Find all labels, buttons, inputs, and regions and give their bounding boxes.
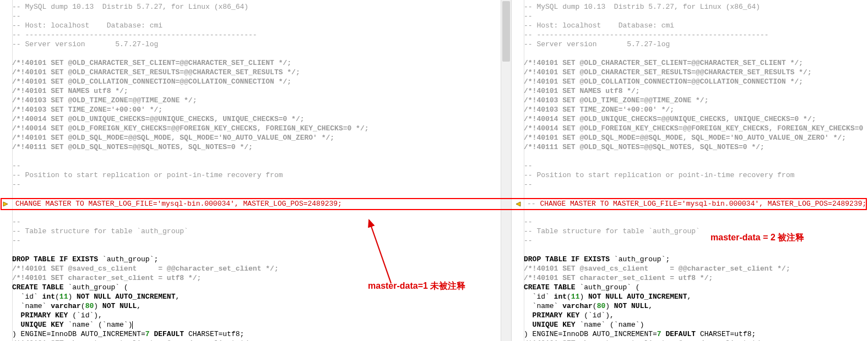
right-gutter xyxy=(512,0,524,341)
annotation-right: master-data = 2 被注释 xyxy=(710,232,804,244)
left-scroll-thumb[interactable] xyxy=(502,1,510,62)
left-scrollbar[interactable] xyxy=(501,0,511,341)
right-code[interactable]: -- MySQL dump 10.13 Distrib 5.7.27, for … xyxy=(524,2,868,341)
left-gutter xyxy=(0,0,13,341)
diff-line-left: CHANGE MASTER TO MASTER_LOG_FILE='mysql-… xyxy=(15,199,342,208)
diff-viewer: { "header_lines": [ "-- MySQL dump 10.13… xyxy=(0,0,868,341)
annotation-left: master-data=1 未被注释 xyxy=(368,280,465,292)
right-pane[interactable]: -- MySQL dump 10.13 Distrib 5.7.27, for … xyxy=(512,0,868,341)
diff-arrow-left-icon xyxy=(514,201,521,207)
diff-line-right: -- CHANGE MASTER TO MASTER_LOG_FILE='mys… xyxy=(527,199,866,208)
diff-arrow-right-icon xyxy=(3,201,9,207)
